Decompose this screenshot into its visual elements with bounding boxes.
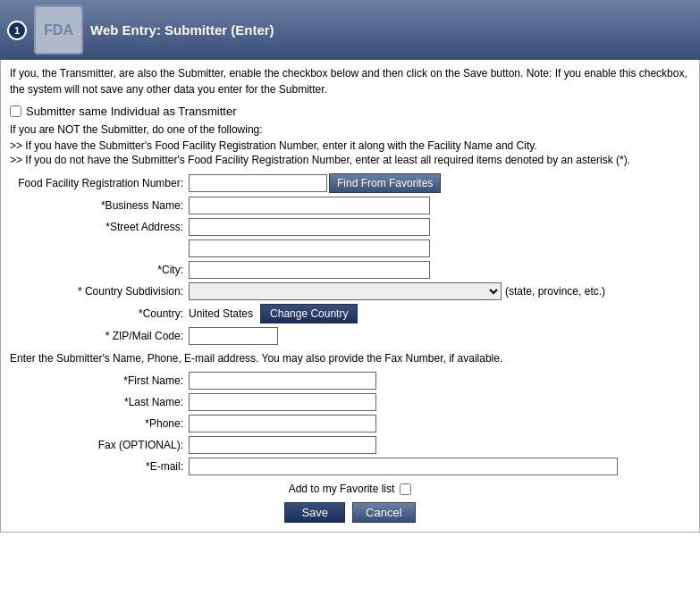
main-content: If you, the Transmitter, are also the Su… (0, 60, 700, 533)
last-name-label: *Last Name: (10, 396, 189, 408)
title-bar: 1 FDA Web Entry: Submitter (Enter) (0, 0, 700, 60)
first-name-input[interactable] (189, 372, 376, 390)
business-name-input[interactable] (189, 197, 430, 214)
country-label: *Country: (10, 307, 189, 320)
fax-row: Fax (OPTIONAL): (10, 436, 690, 454)
street-address-input-2[interactable] (189, 239, 430, 257)
zip-row: * ZIP/Mail Code: (10, 327, 690, 345)
phone-row: *Phone: (10, 415, 690, 432)
fax-input[interactable] (189, 436, 376, 454)
form-section: Food Facility Registration Number: Find … (10, 173, 690, 475)
email-row: *E-mail: (10, 458, 690, 475)
zip-label: * ZIP/Mail Code: (10, 330, 189, 342)
country-subdivision-row: * Country Subdivision: (state, province,… (10, 282, 690, 300)
bullet-2: >> If you do not have the Submitter's Fo… (10, 154, 690, 166)
bullet-2-text: >> If you do not have the Submitter's Fo… (10, 154, 630, 166)
last-name-input[interactable] (189, 393, 376, 411)
bullet-1: >> If you have the Submitter's Food Faci… (10, 139, 690, 152)
business-name-label: *Business Name: (10, 199, 189, 212)
street-address-input-1[interactable] (189, 218, 430, 236)
bottom-buttons: Save Cancel (10, 502, 690, 523)
reg-number-input[interactable] (189, 174, 327, 192)
fax-label: Fax (OPTIONAL): (10, 439, 189, 451)
zip-input[interactable] (189, 327, 278, 345)
phone-input[interactable] (189, 415, 376, 432)
add-favorite-checkbox[interactable] (400, 483, 411, 495)
cancel-button[interactable]: Cancel (352, 502, 415, 523)
country-subdivision-label: * Country Subdivision: (10, 285, 189, 298)
add-favorite-row: Add to my Favorite list (10, 483, 690, 495)
street-address-row: *Street Address: (10, 218, 690, 236)
instruction-not-submitter: If you are NOT the Submitter, do one of … (10, 123, 690, 136)
country-value: United States (189, 307, 253, 320)
street-address-row2 (189, 239, 690, 257)
email-label: *E-mail: (10, 460, 189, 473)
bullet-1-text: >> If you have the Submitter's Food Faci… (10, 139, 537, 152)
subdivision-note: (state, province, etc.) (505, 285, 605, 298)
country-row: *Country: United States Change Country (10, 304, 690, 323)
note-text: If you, the Transmitter, are also the Su… (10, 65, 690, 97)
reg-number-row: Food Facility Registration Number: Find … (10, 173, 690, 193)
last-name-row: *Last Name: (10, 393, 690, 411)
enter-info-text: Enter the Submitter's Name, Phone, E-mai… (10, 352, 690, 365)
change-country-button[interactable]: Change Country (260, 304, 358, 323)
first-name-label: *First Name: (10, 374, 189, 387)
street-address-label: *Street Address: (10, 221, 189, 233)
page-title: Web Entry: Submitter (Enter) (90, 22, 274, 38)
save-button[interactable]: Save (284, 502, 345, 523)
same-as-transmitter-row: Submitter same Individual as Transmitter (10, 105, 690, 118)
same-as-transmitter-label: Submitter same Individual as Transmitter (26, 105, 237, 118)
city-input[interactable] (189, 261, 430, 279)
logo: FDA (34, 5, 83, 55)
country-subdivision-select[interactable] (189, 282, 502, 300)
find-favorites-button[interactable]: Find From Favorites (329, 173, 441, 193)
phone-label: *Phone: (10, 417, 189, 430)
city-label: *City: (10, 264, 189, 276)
email-input[interactable] (189, 458, 618, 475)
step-circle: 1 (7, 21, 27, 40)
add-favorite-label: Add to my Favorite list (289, 483, 395, 495)
city-row: *City: (10, 261, 690, 279)
reg-number-label: Food Facility Registration Number: (10, 177, 189, 189)
first-name-row: *First Name: (10, 372, 690, 390)
business-name-row: *Business Name: (10, 197, 690, 214)
same-as-transmitter-checkbox[interactable] (10, 105, 21, 117)
